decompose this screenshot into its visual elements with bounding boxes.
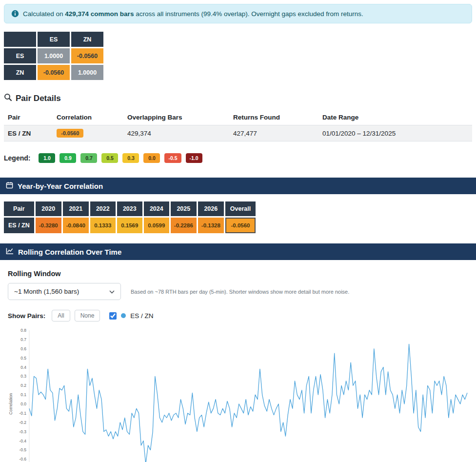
all-button[interactable]: All xyxy=(52,310,70,321)
yearly-pair-label: ES / ZN xyxy=(4,218,34,233)
banner-text: Calculated on 429,374 common bars across… xyxy=(23,10,363,18)
yearly-column-header: 2021 xyxy=(63,201,89,216)
legend-chip: -1.0 xyxy=(186,153,202,163)
yearly-column-header: 2026 xyxy=(198,201,224,216)
yearly-cell: 0.0599 xyxy=(144,218,169,233)
pair-details-table: PairCorrelationOverlapping BarsReturns F… xyxy=(4,110,472,141)
yearly-column-header: Pair xyxy=(4,201,34,216)
chevron-down-icon xyxy=(109,288,115,295)
matrix-cell: 1.0000 xyxy=(71,65,103,80)
rolling-window-select[interactable]: ~1 Month (1,560 bars) xyxy=(8,283,121,300)
yearly-column-header: 2024 xyxy=(144,201,169,216)
info-banner: Calculated on 429,374 common bars across… xyxy=(4,4,472,23)
svg-text:-0.5: -0.5 xyxy=(19,447,26,452)
yearly-cell: -0.0840 xyxy=(63,218,89,233)
yearly-cell: -0.0560 xyxy=(225,218,256,233)
yearly-table: Pair2020202120222023202420252026Overall … xyxy=(2,200,257,235)
matrix-cell: 1.0000 xyxy=(38,48,70,63)
svg-text:0.0: 0.0 xyxy=(20,402,26,406)
table-row: ES / ZN -0.0560 429,374 427,477 01/01/20… xyxy=(4,125,472,141)
matrix-corner xyxy=(4,32,36,47)
correlation-badge: -0.0560 xyxy=(57,129,83,138)
matrix-cell: -0.0560 xyxy=(38,65,70,80)
rolling-window-label: Rolling Window xyxy=(8,270,472,278)
returns-found-value: 427,477 xyxy=(229,125,318,141)
legend-chip: 0.5 xyxy=(101,153,118,163)
svg-text:-0.4: -0.4 xyxy=(19,439,26,443)
svg-text:Correlation: Correlation xyxy=(8,393,13,415)
svg-text:0.3: 0.3 xyxy=(20,374,26,379)
overlapping-bars-value: 429,374 xyxy=(123,125,229,141)
none-button[interactable]: None xyxy=(75,310,100,321)
pair-details-heading: Pair Details xyxy=(16,94,61,103)
yearly-column-header: 2025 xyxy=(171,201,197,216)
legend-chip: 0.7 xyxy=(80,153,97,163)
pair-name: ES / ZN xyxy=(4,125,53,141)
matrix-col-header: ES xyxy=(38,32,70,47)
details-column-header: Overlapping Bars xyxy=(123,110,229,125)
matrix-cell: -0.0560 xyxy=(71,48,103,63)
yearly-row: ES / ZN-0.3280-0.08400.13330.15690.0599-… xyxy=(4,218,256,233)
details-column-header: Returns Found xyxy=(229,110,318,125)
svg-text:0.6: 0.6 xyxy=(20,346,26,351)
rolling-window-helper: Based on ~78 RTH bars per day (5-min). S… xyxy=(131,289,349,295)
legend-chip: -0.5 xyxy=(164,153,181,163)
details-column-header: Correlation xyxy=(53,110,123,125)
yearly-column-header: 2022 xyxy=(90,201,116,216)
date-range-value: 01/01/2020 – 12/31/2025 xyxy=(318,125,472,141)
rolling-window-value: ~1 Month (1,560 bars) xyxy=(14,288,79,295)
details-column-header: Date Range xyxy=(318,110,472,125)
rolling-title: Rolling Correlation Over Time xyxy=(18,248,121,256)
legend-label: Legend: xyxy=(4,154,30,162)
svg-text:-0.2: -0.2 xyxy=(19,420,26,425)
svg-text:-0.1: -0.1 xyxy=(19,411,26,416)
pair-details-title: Pair Details xyxy=(4,93,472,104)
matrix-row-header: ZN xyxy=(4,65,36,80)
yearly-title: Year-by-Year Correlation xyxy=(18,182,103,190)
yearly-cell: -0.3280 xyxy=(36,218,61,233)
yearly-column-header: 2023 xyxy=(117,201,142,216)
yearly-column-header: 2020 xyxy=(36,201,61,216)
legend-chip: 0.0 xyxy=(143,153,160,163)
legend-chip: 1.0 xyxy=(39,153,55,163)
yearly-cell: 0.1333 xyxy=(90,218,116,233)
svg-text:-0.6: -0.6 xyxy=(19,457,26,462)
series-color-dot xyxy=(121,313,126,318)
details-column-header: Pair xyxy=(4,110,53,125)
line-chart-icon xyxy=(6,247,14,256)
yearly-section-header: Year-by-Year Correlation xyxy=(0,178,476,194)
yearly-cell: -0.1328 xyxy=(198,218,224,233)
rolling-section-header: Rolling Correlation Over Time xyxy=(0,243,476,260)
yearly-cell: 0.1569 xyxy=(117,218,142,233)
legend-chip: 0.9 xyxy=(60,153,76,163)
yearly-column-header: Overall xyxy=(225,201,256,216)
yearly-cell: -0.2286 xyxy=(171,218,197,233)
series-pair-label: ES / ZN xyxy=(130,312,153,320)
svg-text:0.8: 0.8 xyxy=(20,328,26,333)
info-icon xyxy=(11,10,19,18)
rolling-correlation-chart: 0.80.70.60.50.40.30.20.10.0-0.1-0.2-0.3-… xyxy=(7,326,472,462)
legend-chip: 0.3 xyxy=(122,153,139,163)
legend: Legend: 1.00.90.70.50.30.0-0.5-1.0 xyxy=(4,153,472,163)
correlation-matrix: ESZNES1.0000-0.0560ZN-0.05601.0000 xyxy=(2,30,105,81)
magnifier-icon xyxy=(4,93,12,104)
svg-text:0.2: 0.2 xyxy=(20,383,26,388)
matrix-col-header: ZN xyxy=(71,32,103,47)
calendar-icon xyxy=(6,181,13,190)
show-pairs-label: Show Pairs: xyxy=(8,312,45,320)
pair-checkbox[interactable] xyxy=(109,312,117,320)
svg-text:0.4: 0.4 xyxy=(20,365,26,370)
svg-text:0.5: 0.5 xyxy=(20,356,26,361)
svg-text:0.1: 0.1 xyxy=(20,392,26,397)
svg-text:0.7: 0.7 xyxy=(20,337,26,342)
svg-text:-0.3: -0.3 xyxy=(19,429,26,434)
matrix-row-header: ES xyxy=(4,48,36,63)
